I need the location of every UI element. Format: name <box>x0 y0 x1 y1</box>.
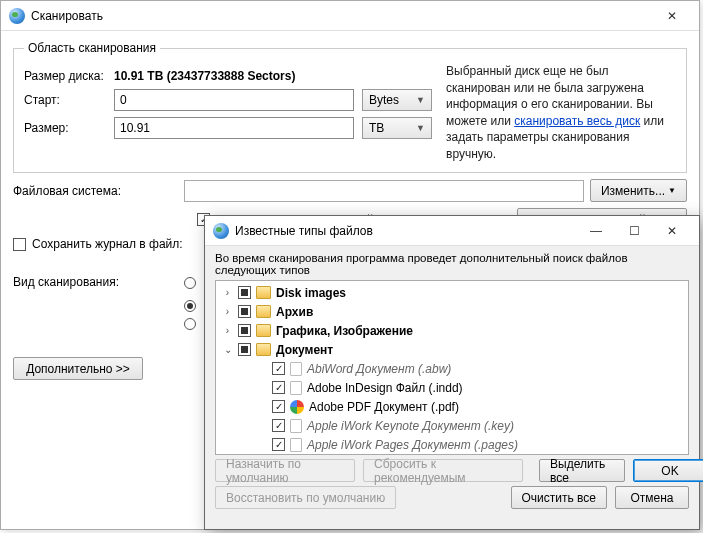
disk-size-value: 10.91 TB (23437733888 Sectors) <box>114 69 295 83</box>
scan-full-disk-link[interactable]: сканировать весь диск <box>514 114 640 128</box>
filetype-tree[interactable]: ›Disk images›Архив›Графика, Изображение⌄… <box>215 280 689 455</box>
ok-button[interactable]: OK <box>633 459 703 482</box>
scan-type-radio-2[interactable] <box>184 300 196 312</box>
start-unit-dropdown[interactable]: Bytes▼ <box>362 89 432 111</box>
disk-size-label: Размер диска: <box>24 69 106 83</box>
file-icon <box>290 419 302 433</box>
tree-label: Архив <box>276 305 313 319</box>
folder-icon <box>256 324 271 337</box>
file-icon <box>290 362 302 376</box>
filesystem-input[interactable] <box>184 180 584 202</box>
tree-checkbox[interactable] <box>238 286 251 299</box>
set-defaults-button[interactable]: Назначить по умолчанию <box>215 459 355 482</box>
tree-folder[interactable]: ›Disk images <box>216 283 688 302</box>
size-label: Размер: <box>24 121 106 135</box>
window-title: Сканировать <box>31 9 653 23</box>
folder-icon <box>256 305 271 318</box>
tree-label: Apple iWork Keynote Документ (.key) <box>307 419 514 433</box>
chrome-icon <box>290 400 304 414</box>
known-types-window: Известные типы файлов ― ☐ ✕ Во время ска… <box>204 215 700 530</box>
tree-label: Disk images <box>276 286 346 300</box>
tree-checkbox[interactable] <box>272 419 285 432</box>
cancel-button[interactable]: Отмена <box>615 486 689 509</box>
tree-checkbox[interactable] <box>272 400 285 413</box>
close-icon[interactable]: ✕ <box>653 217 691 245</box>
reset-button[interactable]: Сбросить к рекомендуемым <box>363 459 523 482</box>
folder-icon <box>256 286 271 299</box>
chevron-down-icon: ▼ <box>668 186 676 195</box>
tree-item[interactable]: AbiWord Документ (.abw) <box>216 359 688 378</box>
tree-checkbox[interactable] <box>272 381 285 394</box>
advanced-button[interactable]: Дополнительно >> <box>13 357 143 380</box>
tree-label: Документ <box>276 343 333 357</box>
tree-label: Adobe InDesign Файл (.indd) <box>307 381 463 395</box>
tree-label: AbiWord Документ (.abw) <box>307 362 451 376</box>
expand-icon[interactable]: › <box>222 325 233 336</box>
scan-type-label: Вид сканирования: <box>13 275 178 289</box>
tree-checkbox[interactable] <box>272 362 285 375</box>
size-unit-dropdown[interactable]: ТВ▼ <box>362 117 432 139</box>
tree-checkbox[interactable] <box>238 305 251 318</box>
filesystem-label: Файловая система: <box>13 184 178 198</box>
tree-item[interactable]: Apple iWork Документ <box>216 454 688 455</box>
tree-checkbox[interactable] <box>238 343 251 356</box>
size-input[interactable] <box>114 117 354 139</box>
tree-label: Apple iWork Pages Документ (.pages) <box>307 438 518 452</box>
tree-item[interactable]: Apple iWork Pages Документ (.pages) <box>216 435 688 454</box>
app-icon <box>213 223 229 239</box>
tree-checkbox[interactable] <box>272 438 285 451</box>
child-description: Во время сканирования программа проведет… <box>215 252 689 276</box>
change-button[interactable]: Изменить... ▼ <box>590 179 687 202</box>
tree-folder[interactable]: ›Архив <box>216 302 688 321</box>
tree-label: Графика, Изображение <box>276 324 413 338</box>
select-all-button[interactable]: Выделить все <box>539 459 625 482</box>
file-icon <box>290 438 302 452</box>
tree-item[interactable]: Adobe InDesign Файл (.indd) <box>216 378 688 397</box>
restore-button[interactable]: Восстановить по умолчанию <box>215 486 396 509</box>
folder-icon <box>256 343 271 356</box>
save-log-checkbox[interactable] <box>13 238 26 251</box>
tree-folder[interactable]: ›Графика, Изображение <box>216 321 688 340</box>
titlebar: Сканировать ✕ <box>1 1 699 31</box>
expand-icon[interactable]: › <box>222 287 233 298</box>
scan-type-radio-3[interactable] <box>184 318 196 330</box>
close-icon[interactable]: ✕ <box>653 2 691 30</box>
scan-area-legend: Область сканирования <box>24 41 160 55</box>
start-label: Старт: <box>24 93 106 107</box>
child-window-title: Известные типы файлов <box>235 224 577 238</box>
start-input[interactable] <box>114 89 354 111</box>
child-titlebar: Известные типы файлов ― ☐ ✕ <box>205 216 699 246</box>
maximize-icon[interactable]: ☐ <box>615 217 653 245</box>
tree-folder[interactable]: ⌄Документ <box>216 340 688 359</box>
minimize-icon[interactable]: ― <box>577 217 615 245</box>
chevron-down-icon: ▼ <box>416 95 425 105</box>
chevron-down-icon: ▼ <box>416 123 425 133</box>
tree-item[interactable]: Adobe PDF Документ (.pdf) <box>216 397 688 416</box>
scan-area-group: Область сканирования Размер диска: 10.91… <box>13 41 687 173</box>
tree-label: Adobe PDF Документ (.pdf) <box>309 400 459 414</box>
tree-item[interactable]: Apple iWork Keynote Документ (.key) <box>216 416 688 435</box>
tree-checkbox[interactable] <box>238 324 251 337</box>
collapse-icon[interactable]: ⌄ <box>222 344 233 355</box>
scan-info-text: Выбранный диск еще не был сканирован или… <box>446 63 676 162</box>
clear-all-button[interactable]: Очистить все <box>511 486 607 509</box>
file-icon <box>290 381 302 395</box>
expand-icon[interactable]: › <box>222 306 233 317</box>
save-log-label: Сохранить журнал в файл: <box>32 237 184 251</box>
app-icon <box>9 8 25 24</box>
scan-type-radio-1[interactable] <box>184 277 196 289</box>
